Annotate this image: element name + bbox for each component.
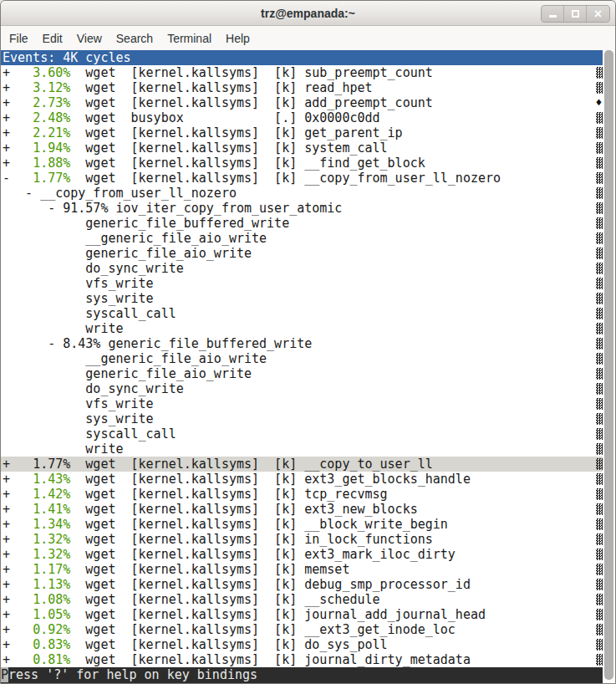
perf-entry-row[interactable]: + 2.48% wget busybox [.] 0x0000c0dd xyxy=(1,110,603,125)
scrollbar-checker-cell xyxy=(595,457,603,472)
scrollbar-checker-cell xyxy=(595,80,603,95)
callchain-row[interactable]: - 91.57% iov_iter_copy_from_user_atomic xyxy=(1,201,603,216)
perf-entry-row[interactable]: - 1.77% wget [kernel.kallsyms] [k] __cop… xyxy=(1,171,603,186)
perf-entry-row[interactable]: + 0.83% wget [kernel.kallsyms] [k] do_sy… xyxy=(1,637,603,652)
callchain-row[interactable]: generic_file_aio_write xyxy=(1,246,603,261)
scrollbar-checker-cell xyxy=(595,336,603,351)
scrollbar-checker-cell xyxy=(595,381,603,396)
menu-item-edit[interactable]: Edit xyxy=(43,32,63,45)
terminal-screen[interactable]: Events: 4K cycles + 3.60% wget [kernel.k… xyxy=(1,50,615,683)
scrollbar-checker-cell xyxy=(595,231,603,246)
menu-item-terminal[interactable]: Terminal xyxy=(167,32,211,45)
scrollbar-checker-cell xyxy=(595,125,603,140)
callchain-row[interactable]: sys_write xyxy=(1,411,603,426)
scroll-position-diamond-icon: ♦ xyxy=(595,95,603,110)
perf-entry-row[interactable]: + 2.73% wget [kernel.kallsyms] [k] add_p… xyxy=(1,95,603,110)
callchain-row[interactable]: do_sync_write xyxy=(1,381,603,396)
scrollbar-checker-cell xyxy=(595,216,603,231)
perf-entry-row[interactable]: + 1.94% wget [kernel.kallsyms] [k] syste… xyxy=(1,140,603,156)
scrollbar-checker-cell xyxy=(595,442,603,457)
perf-entry-row[interactable]: + 0.81% wget [kernel.kallsyms] [k] journ… xyxy=(1,652,603,667)
status-text: ress '?' for help on key bindings xyxy=(8,667,257,682)
callchain-row[interactable]: write xyxy=(1,442,603,457)
perf-entry-row[interactable]: + 1.05% wget [kernel.kallsyms] [k] journ… xyxy=(1,607,603,622)
perf-events-header: Events: 4K cycles xyxy=(1,50,603,65)
minimize-button[interactable] xyxy=(542,6,564,22)
menubar: File Edit View Search Terminal Help xyxy=(1,26,615,50)
scrollbar-checker-cell xyxy=(595,291,603,306)
perf-entry-row[interactable]: + 1.34% wget [kernel.kallsyms] [k] __blo… xyxy=(1,517,603,532)
scrollbar-checker-cell xyxy=(595,532,603,547)
scrollbar-checker-cell xyxy=(595,201,603,216)
perf-entry-row[interactable]: + 1.17% wget [kernel.kallsyms] [k] memse… xyxy=(1,562,603,577)
scrollbar-checker-cell xyxy=(595,547,603,562)
perf-entry-row[interactable]: + 1.32% wget [kernel.kallsyms] [k] in_lo… xyxy=(1,532,603,547)
perf-entry-row[interactable]: + 1.42% wget [kernel.kallsyms] [k] tcp_r… xyxy=(1,487,603,502)
perf-entry-row[interactable]: + 1.77% wget [kernel.kallsyms] [k] __cop… xyxy=(1,457,603,472)
callchain-row[interactable]: sys_write xyxy=(1,291,603,306)
scrollbar-checker-cell xyxy=(595,637,603,652)
scrollbar-checker-cell xyxy=(595,65,603,80)
callchain-row[interactable]: vfs_write xyxy=(1,396,603,411)
perf-entry-row[interactable]: + 3.12% wget [kernel.kallsyms] [k] read_… xyxy=(1,80,603,95)
scrollbar-checker-cell xyxy=(595,426,603,442)
close-icon: × xyxy=(594,8,602,21)
menu-item-search[interactable]: Search xyxy=(116,32,153,45)
window-titlebar[interactable]: trz@empanada:~ × xyxy=(1,1,615,26)
menu-item-help[interactable]: Help xyxy=(226,32,250,45)
perf-entry-row[interactable]: + 3.60% wget [kernel.kallsyms] [k] sub_p… xyxy=(1,65,603,80)
scrollbar-checker-cell xyxy=(595,246,603,261)
perf-rows: + 3.60% wget [kernel.kallsyms] [k] sub_p… xyxy=(1,65,603,667)
perf-entry-row[interactable]: + 1.41% wget [kernel.kallsyms] [k] ext3_… xyxy=(1,502,603,517)
maximize-icon xyxy=(572,10,579,18)
window-title: trz@empanada:~ xyxy=(1,1,615,26)
scrollbar-checker-cell xyxy=(595,110,603,125)
terminal-scrollbar[interactable] xyxy=(603,50,615,683)
help-status-bar: Press '?' for help on key bindings xyxy=(1,667,603,683)
scrollbar-checker-cell xyxy=(595,321,603,336)
scrollbar-checker-cell xyxy=(595,487,603,502)
scrollbar-checker-cell xyxy=(595,306,603,321)
scrollbar-checker-cell xyxy=(595,592,603,607)
scrollbar-checker-cell xyxy=(595,607,603,622)
scrollbar-checker-cell xyxy=(595,276,603,291)
maximize-button[interactable] xyxy=(564,6,587,22)
perf-entry-row[interactable]: + 1.08% wget [kernel.kallsyms] [k] __sch… xyxy=(1,592,603,607)
callchain-row[interactable]: __generic_file_aio_write xyxy=(1,231,603,246)
perf-entry-row[interactable]: + 1.88% wget [kernel.kallsyms] [k] __fin… xyxy=(1,156,603,171)
perf-entry-row[interactable]: + 0.92% wget [kernel.kallsyms] [k] __ext… xyxy=(1,622,603,637)
scrollbar-checker-cell xyxy=(595,562,603,577)
perf-entry-row[interactable]: + 1.32% wget [kernel.kallsyms] [k] ext3_… xyxy=(1,547,603,562)
perf-entry-row[interactable]: + 1.43% wget [kernel.kallsyms] [k] ext3_… xyxy=(1,472,603,487)
menu-item-view[interactable]: View xyxy=(77,32,102,45)
callchain-row[interactable]: syscall_call xyxy=(1,306,603,321)
callchain-row[interactable]: generic_file_aio_write xyxy=(1,366,603,381)
callchain-row[interactable]: __generic_file_aio_write xyxy=(1,351,603,366)
callchain-row[interactable]: do_sync_write xyxy=(1,261,603,276)
scrollbar-checker-cell xyxy=(595,186,603,201)
callchain-row[interactable]: generic_file_buffered_write xyxy=(1,216,603,231)
terminal-cursor: P xyxy=(1,667,8,682)
scrollbar-checker-cell xyxy=(595,366,603,381)
perf-entry-row[interactable]: + 2.21% wget [kernel.kallsyms] [k] get_p… xyxy=(1,125,603,140)
callchain-row[interactable]: - __copy_from_user_ll_nozero xyxy=(1,186,603,201)
scrollbar-checker-cell xyxy=(595,171,603,186)
window-controls: × xyxy=(541,5,610,23)
callchain-row[interactable]: syscall_call xyxy=(1,426,603,442)
menu-item-file[interactable]: File xyxy=(9,32,28,45)
scrollbar-checker-cell xyxy=(595,396,603,411)
scrollbar-checker-cell xyxy=(595,502,603,517)
close-button[interactable]: × xyxy=(587,6,609,22)
tui-scrollbar: ♦ xyxy=(595,65,603,667)
scrollbar-checker-cell xyxy=(595,622,603,637)
scrollbar-checker-cell xyxy=(595,261,603,276)
perf-entry-row[interactable]: + 1.13% wget [kernel.kallsyms] [k] debug… xyxy=(1,577,603,592)
callchain-row[interactable]: - 8.43% generic_file_buffered_write xyxy=(1,336,603,351)
scrollbar-checker-cell xyxy=(595,472,603,487)
callchain-row[interactable]: vfs_write xyxy=(1,276,603,291)
scrollbar-thumb[interactable] xyxy=(604,50,613,680)
callchain-row[interactable]: write xyxy=(1,321,603,336)
scrollbar-checker-cell xyxy=(595,652,603,667)
scrollbar-checker-cell xyxy=(595,517,603,532)
minimize-icon xyxy=(549,15,557,18)
